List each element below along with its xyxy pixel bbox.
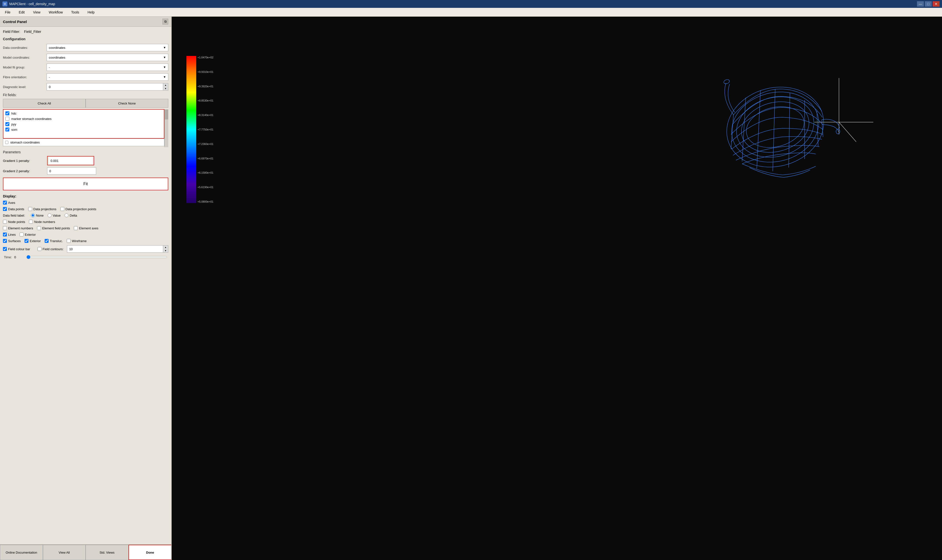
display-title: Display: (3, 194, 168, 198)
data-projections-label: Data projections (28, 207, 57, 211)
data-projection-points-checkbox[interactable] (60, 207, 64, 211)
none-radio-label: None (31, 214, 44, 217)
field-item-marker: marker stomach coordinates (5, 116, 163, 122)
field-checkbox-marker[interactable] (5, 117, 9, 121)
field-checkbox-pyy[interactable] (5, 122, 9, 126)
field-contours-input[interactable] (67, 245, 163, 253)
data-projection-points-text: Data projection points (66, 207, 96, 211)
app-icon: M (2, 2, 8, 6)
model-coordinates-row: Model coordinates: coordinates ▼ (3, 54, 168, 61)
view-all-button[interactable]: View All (43, 545, 86, 560)
data-coordinates-dropdown[interactable]: coordinates ▼ (47, 44, 168, 51)
exterior-surfaces-checkbox[interactable] (25, 239, 28, 243)
value-radio[interactable] (48, 214, 51, 217)
field-contours-up[interactable]: ▲ (163, 246, 168, 249)
field-contours-spinner-btns: ▲ ▼ (163, 245, 168, 253)
field-checkbox-stomach-coord[interactable] (5, 141, 8, 144)
none-radio[interactable] (31, 214, 35, 217)
field-checkbox-hdc[interactable] (5, 111, 9, 115)
transluc-label: Transluc. (45, 239, 63, 243)
model-coordinates-value: coordinates (49, 56, 65, 59)
menu-file[interactable]: File (1, 9, 14, 15)
menu-help[interactable]: Help (84, 9, 99, 15)
std-views-button[interactable]: Std. Views (86, 545, 129, 560)
panel-float-button[interactable]: ⧉ (162, 18, 168, 25)
field-contours-checkbox[interactable] (37, 247, 42, 251)
field-contours-down[interactable]: ▼ (163, 249, 168, 252)
fit-fields-section: Fit fields: Check All Check None hdc (3, 93, 168, 147)
surfaces-checkbox[interactable] (3, 239, 7, 243)
extra-fields: stomach coordinates (3, 138, 165, 146)
field-colour-bar-checkbox[interactable] (3, 247, 7, 251)
diagnostic-level-down[interactable]: ▼ (163, 87, 168, 90)
field-item-hdc: hdc (5, 111, 163, 116)
fit-button[interactable]: Fit (3, 178, 168, 190)
data-projection-points-label: Data projection points (60, 207, 96, 211)
gradient1-input[interactable] (49, 157, 93, 165)
color-label-1: +9.9310e+01 (197, 71, 214, 73)
lines-checkbox[interactable] (3, 232, 7, 237)
menu-edit[interactable]: Edit (15, 9, 29, 15)
diagnostic-level-input[interactable] (47, 83, 163, 91)
svg-line-9 (789, 93, 790, 168)
exterior-lines-text: Exterior (25, 233, 36, 237)
maximize-button[interactable]: □ (925, 1, 932, 7)
minimize-button[interactable]: — (917, 1, 924, 7)
field-checkbox-som[interactable] (5, 128, 9, 131)
node-numbers-checkbox[interactable] (29, 220, 33, 224)
gradient2-input[interactable] (47, 167, 96, 175)
check-none-button[interactable]: Check None (86, 99, 168, 108)
value-radio-label: Value (48, 214, 61, 217)
color-label-5: +7.7750e+01 (197, 128, 214, 131)
field-colour-bar-text: Field colour bar (8, 247, 30, 251)
element-row: Element numbers Element field points Ele… (3, 226, 168, 230)
color-label-2: +9.3920e+01 (197, 85, 214, 88)
fields-scrollbar[interactable] (165, 109, 168, 147)
close-button[interactable]: ✕ (933, 1, 940, 7)
right-panel[interactable]: +1.0470e+02 +9.9310e+01 +9.3920e+01 +8.8… (172, 17, 942, 560)
field-contours-text: Field contours: (43, 247, 63, 251)
exterior-lines-checkbox[interactable] (20, 232, 23, 237)
delta-radio-label: Delta (65, 214, 77, 217)
element-field-points-checkbox[interactable] (37, 226, 41, 230)
model-fit-group-dropdown[interactable]: - ▼ (47, 63, 168, 71)
none-radio-text: None (36, 214, 44, 217)
element-numbers-checkbox[interactable] (3, 226, 7, 230)
menu-workflow[interactable]: Workflow (45, 9, 67, 15)
transluc-checkbox[interactable] (45, 239, 49, 243)
delta-radio[interactable] (65, 214, 68, 217)
gradient1-row: Gradient 1 penalty: (3, 156, 168, 165)
menu-view[interactable]: View (29, 9, 45, 15)
data-points-row: Data points Data projections Data projec… (3, 207, 168, 211)
diagnostic-level-up[interactable]: ▲ (163, 83, 168, 87)
menu-tools[interactable]: Tools (67, 9, 83, 15)
data-coordinates-label: Data coordinates: (3, 46, 45, 49)
done-button[interactable]: Done (129, 545, 172, 560)
color-label-3: +8.8530e+01 (197, 99, 214, 102)
node-numbers-label: Node numbers (29, 220, 55, 224)
element-axes-checkbox[interactable] (74, 226, 78, 230)
main-container: Control Panel ⧉ Field Fitter: Field_Fitt… (0, 17, 942, 560)
data-field-label-text: Data field label: (3, 214, 25, 217)
data-coordinates-arrow: ▼ (163, 46, 166, 49)
data-projections-checkbox[interactable] (28, 207, 32, 211)
exterior-surfaces-label: Exterior (25, 239, 41, 243)
diagnostic-level-spinner: ▲ ▼ (47, 83, 168, 91)
model-fit-group-label: Model fit group: (3, 66, 45, 69)
online-docs-button[interactable]: Online Documentation (0, 545, 43, 560)
node-points-checkbox[interactable] (3, 220, 7, 224)
fibre-orientation-dropdown[interactable]: - ▼ (47, 73, 168, 81)
model-fit-group-arrow: ▼ (163, 66, 166, 69)
data-points-checkbox[interactable] (3, 207, 7, 211)
color-label-7: +6.6970e+01 (197, 157, 214, 160)
svg-line-5 (731, 115, 734, 149)
axes-checkbox[interactable] (3, 201, 7, 205)
color-label-4: +8.3140e+01 (197, 114, 214, 117)
lines-row: Lines Exterior (3, 232, 168, 237)
stomach-wireframe (717, 77, 840, 178)
time-slider[interactable] (26, 255, 167, 259)
check-all-button[interactable]: Check All (3, 99, 86, 108)
wireframe-checkbox[interactable] (67, 239, 71, 243)
left-panel: Control Panel ⧉ Field Fitter: Field_Fitt… (0, 17, 172, 560)
model-coordinates-dropdown[interactable]: coordinates ▼ (47, 54, 168, 61)
